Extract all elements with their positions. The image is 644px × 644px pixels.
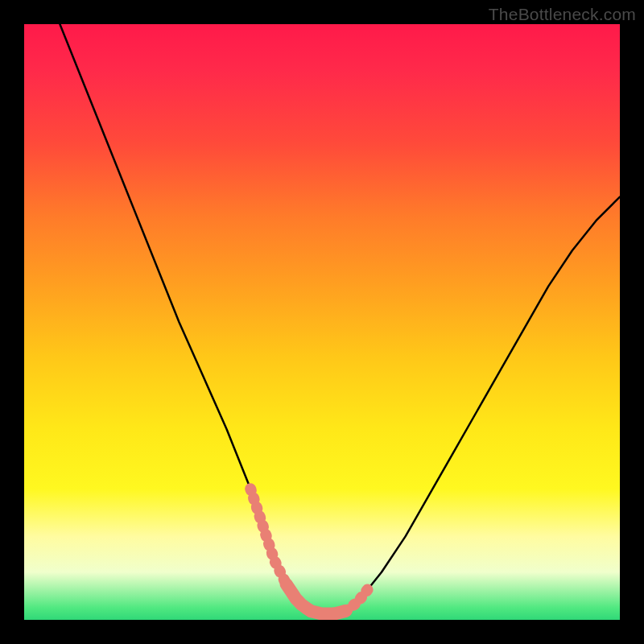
chart-frame: TheBottleneck.com: [0, 0, 644, 644]
bottleneck-curve: [24, 24, 620, 620]
right-dip-marker: [346, 587, 370, 611]
watermark-text: TheBottleneck.com: [489, 5, 636, 24]
chart-plot-area: [24, 24, 620, 620]
left-dip-marker: [250, 489, 286, 584]
valley-marker: [287, 584, 346, 614]
